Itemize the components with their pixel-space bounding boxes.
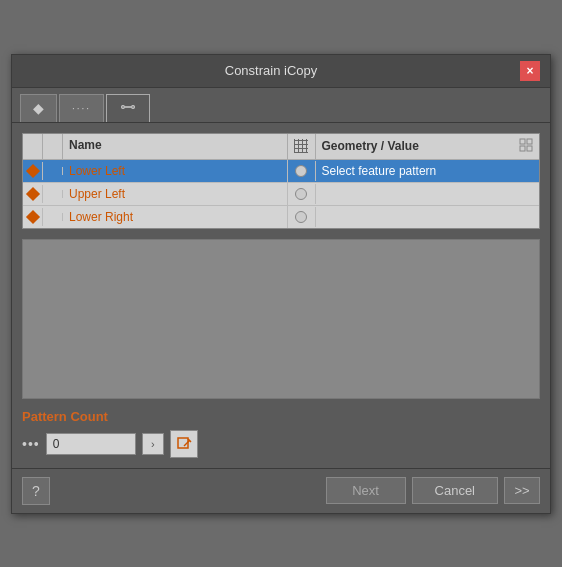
tabs-bar: ◆ ···· bbox=[12, 88, 550, 123]
cancel-button[interactable]: Cancel bbox=[412, 477, 498, 504]
footer-left: ? bbox=[22, 477, 50, 505]
row3-radio[interactable] bbox=[288, 207, 316, 227]
row3-geometry bbox=[316, 213, 540, 221]
dialog-title: Constrain iCopy bbox=[22, 63, 520, 78]
title-bar: Constrain iCopy × bbox=[12, 55, 550, 88]
dialog: Constrain iCopy × ◆ ···· bbox=[11, 54, 551, 514]
th-geometry: Geometry / Value bbox=[316, 134, 540, 159]
diamond-icon bbox=[25, 209, 39, 223]
svg-rect-8 bbox=[527, 146, 532, 151]
table-row[interactable]: Lower Right bbox=[23, 206, 539, 228]
diamond-icon bbox=[25, 186, 39, 200]
radio-button[interactable] bbox=[295, 165, 307, 177]
constraints-table: Name Geometry / Value bbox=[22, 133, 540, 229]
row3-name: Lower Right bbox=[63, 206, 288, 228]
svg-point-4 bbox=[132, 106, 134, 108]
tab-3-icon bbox=[119, 98, 137, 119]
radio-button[interactable] bbox=[295, 188, 307, 200]
pattern-count-label: Pattern Count bbox=[22, 409, 540, 424]
row2-radio[interactable] bbox=[288, 184, 316, 204]
row1-radio[interactable] bbox=[288, 161, 316, 181]
row3-icon bbox=[23, 208, 43, 226]
row1-name: Lower Left bbox=[63, 160, 288, 182]
grid-icon bbox=[294, 139, 308, 153]
next-button[interactable]: Next bbox=[326, 477, 406, 504]
row3-color bbox=[43, 213, 63, 221]
tab-2[interactable]: ···· bbox=[59, 94, 104, 122]
svg-point-3 bbox=[122, 106, 124, 108]
th-icon bbox=[23, 134, 43, 159]
th-radio bbox=[288, 134, 316, 159]
row2-color bbox=[43, 190, 63, 198]
radio-button[interactable] bbox=[295, 211, 307, 223]
svg-rect-6 bbox=[527, 139, 532, 144]
svg-rect-7 bbox=[520, 146, 525, 151]
help-button[interactable]: ? bbox=[22, 477, 50, 505]
th-name: Name bbox=[63, 134, 288, 159]
row1-geometry: Select feature pattern bbox=[316, 160, 540, 182]
forward-button[interactable]: >> bbox=[504, 477, 540, 504]
th-expand-icon bbox=[519, 138, 533, 155]
content-area: Name Geometry / Value bbox=[12, 123, 550, 468]
tab-1-icon: ◆ bbox=[33, 100, 44, 116]
row2-name: Upper Left bbox=[63, 183, 288, 205]
th-geometry-label: Geometry / Value bbox=[322, 139, 419, 153]
pattern-count-row: ••• › bbox=[22, 430, 540, 458]
footer: ? Next Cancel >> bbox=[12, 468, 550, 513]
count-edit-button[interactable] bbox=[170, 430, 198, 458]
row1-color bbox=[43, 167, 63, 175]
table-row[interactable]: Lower Left Select feature pattern bbox=[23, 160, 539, 183]
pattern-count-input[interactable] bbox=[46, 433, 136, 455]
tab-3[interactable] bbox=[106, 94, 150, 122]
preview-area bbox=[22, 239, 540, 399]
close-button[interactable]: × bbox=[520, 61, 540, 81]
table-header: Name Geometry / Value bbox=[23, 134, 539, 160]
row2-icon bbox=[23, 185, 43, 203]
diamond-icon bbox=[25, 163, 39, 177]
svg-rect-5 bbox=[520, 139, 525, 144]
tab-2-icon: ···· bbox=[72, 103, 91, 114]
table-row[interactable]: Upper Left bbox=[23, 183, 539, 206]
tab-1[interactable]: ◆ bbox=[20, 94, 57, 122]
row2-geometry bbox=[316, 190, 540, 198]
footer-right: Next Cancel >> bbox=[326, 477, 540, 504]
options-dots-icon: ••• bbox=[22, 436, 40, 452]
count-increment-button[interactable]: › bbox=[142, 433, 164, 455]
th-color bbox=[43, 134, 63, 159]
row1-icon bbox=[23, 162, 43, 180]
